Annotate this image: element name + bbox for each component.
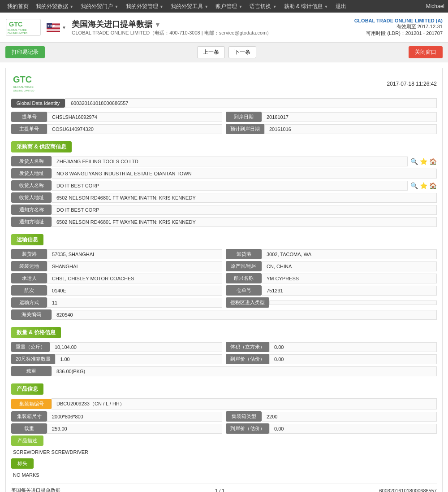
nav-home[interactable]: 我的首页: [4, 0, 32, 13]
svg-text:ONLINE LIMITED: ONLINE LIMITED: [8, 32, 27, 35]
record-datetime: 2017-07-18 11:26:42: [387, 81, 437, 87]
consignee-name-label: 收货人名称: [11, 180, 52, 191]
container20-field: 20尺标准箱数量 1.00: [11, 354, 222, 364]
svg-text:GTC: GTC: [9, 21, 22, 28]
star-icon-2[interactable]: ⭐: [420, 182, 427, 189]
top-navigation: 我的首页 我的外贸数据 ▼ 我的外贸门户 ▼ 我的外贸管理 ▼ 我的外贸工具 ▼…: [0, 0, 448, 13]
carrier-vessel-row: 承运人 CHSL, CHISLEY MOTOR COACHES 船只名称 YM …: [11, 273, 437, 283]
svg-rect-9: [47, 29, 60, 30]
consignee-addr-value: 6502 NELSON RD46801 FT WAYNE INATTN: KRI…: [52, 193, 437, 203]
print-button-top[interactable]: 打印易记录: [5, 46, 45, 58]
nav-trade-manage[interactable]: 我的外贸管理 ▼: [122, 0, 167, 13]
quantity-row: 载重 836.00(PKG): [11, 366, 437, 376]
volume-value: 0.00: [269, 342, 437, 352]
shipper-addr-row: 发货人地址 NO 8 WANGLIYANG INDUSTRIAL ESTATE …: [11, 168, 437, 179]
notify-addr-value: 6502 NELSON RD46801 FT WAYNE INATTN: KRI…: [52, 217, 437, 227]
vessel-value: YM CYPRESS: [262, 274, 437, 283]
container-size-value: 2000*806*800: [47, 412, 222, 422]
header-subtitle: GLOBAL TRADE ONLINE LIMITED（电话：400-710-3…: [72, 30, 271, 36]
account-ldr: 可用时段 (LDR)：201201 - 201707: [354, 30, 443, 37]
record-footer-pagination: 1 / 1: [215, 488, 224, 492]
container-size-field: 集装箱尺寸 2000*806*800: [11, 411, 222, 422]
gdi-value: 600320161018000686557: [65, 98, 437, 108]
container-no-row: 集装箱编号 DBCU2009233（CN / L / HH）: [11, 398, 437, 409]
master-bill-field: 主提单号 COSU6140974320: [11, 124, 222, 134]
estimated-arrival-value: 20161016: [264, 124, 437, 134]
arrival-price-label: 到岸价（估价）: [226, 354, 269, 364]
nav-trade-tools[interactable]: 我的外贸工具 ▼: [167, 0, 212, 13]
notify-addr-row: 通知方地址 6502 NELSON RD46801 FT WAYNE INATT…: [11, 217, 437, 227]
carrier-label: 承运人: [11, 273, 47, 283]
marks-value: NO MARKS: [11, 470, 437, 479]
transport-bonded-row: 运输方式 11 侵税区进入类型: [11, 297, 437, 308]
search-icon-2[interactable]: 🔍: [410, 182, 418, 189]
consignee-name-row: 收货人名称 DO IT BEST CORP 🔍 ⭐ 🏠: [11, 180, 437, 191]
container20-value: 1.00: [55, 354, 222, 364]
voyage-warehouse-row: 航次 0140E 仓单号 751231: [11, 285, 437, 296]
voyage-field: 航次 0140E: [11, 285, 222, 296]
transport-mode-value: 11: [47, 298, 222, 308]
close-button-top[interactable]: 关闭窗口: [409, 46, 443, 58]
container-no-value: DBCU2009233（CN / L / HH）: [52, 398, 437, 409]
description-label-row: 产品描述: [11, 435, 437, 446]
container-price-row: 20尺标准箱数量 1.00 到岸价（估价） 0.00: [11, 354, 437, 364]
transport-section-header: 运输信息: [11, 234, 43, 245]
quantity-value: 836.00(PKG): [52, 366, 437, 376]
marks-label-row: 标头: [11, 458, 437, 469]
nav-trade-data[interactable]: 我的外贸数据 ▼: [32, 0, 77, 13]
weight-label: 重量（公斤）: [11, 342, 50, 352]
container-type-field: 集装箱类型 2200: [226, 411, 437, 422]
nav-trade-portal[interactable]: 我的外贸门户 ▼: [77, 0, 122, 13]
page-title: 美国海关进口提单数据 ▼: [72, 19, 271, 30]
product-arrival-price-field: 到岸价（估价） 0.00: [226, 423, 437, 434]
main-content: GTC GLOBAL TRADE ONLINE LIMITED 2017-07-…: [0, 62, 448, 492]
bonded-field: 侵税区进入类型: [226, 297, 437, 308]
nav-help[interactable]: 薪助 & 综计信息 ▼: [280, 0, 332, 13]
svg-text:GTC: GTC: [13, 74, 32, 84]
bill-row: 提单号 CHSLSHA16092974 到岸日期 20161017: [11, 112, 437, 122]
prev-button-top[interactable]: 上一条: [197, 46, 225, 58]
notify-addr-label: 通知方地址: [11, 217, 52, 227]
description-value: SCREWDRIVER SCREWDRIVER: [11, 448, 437, 457]
nav-user: Michael: [426, 3, 444, 9]
svg-text:ONLINE LIMITED: ONLINE LIMITED: [13, 89, 34, 92]
customs-code-row: 海关编码 820540: [11, 309, 437, 320]
shipper-name-value: ZHEJIANG FEILING TOOLS CO LTD: [52, 157, 408, 166]
customs-code-value: 820540: [52, 310, 437, 320]
home-icon-2[interactable]: 🏠: [429, 182, 437, 189]
product-arrival-price-value: 0.00: [269, 424, 437, 434]
bonded-value: [269, 300, 437, 305]
next-button-top[interactable]: 下一条: [228, 46, 256, 58]
consignee-addr-row: 收货人地址 6502 NELSON RD46801 FT WAYNE INATT…: [11, 192, 437, 203]
bonded-label: 侵税区进入类型: [226, 297, 269, 308]
search-icon[interactable]: 🔍: [410, 158, 418, 165]
top-toolbar: 打印易记录 上一条 下一条 关闭窗口: [0, 43, 448, 62]
consignee-icons: 🔍 ⭐ 🏠: [410, 182, 437, 189]
nav-logout[interactable]: 退出: [332, 0, 350, 13]
place-country-row: 装装运地 SHANGHAI 原产国/地区 CN, CHINA: [11, 261, 437, 271]
nav-account[interactable]: 账户管理 ▼: [212, 0, 246, 13]
shipper-name-label: 发货人名称: [11, 156, 52, 166]
home-icon[interactable]: 🏠: [429, 158, 437, 165]
star-icon[interactable]: ⭐: [420, 158, 427, 165]
nav-language[interactable]: 语言切换 ▼: [246, 0, 280, 13]
record-footer-gdi: 600320161018000686557: [379, 488, 437, 492]
notify-name-value: DO IT BEST CORP: [52, 205, 437, 215]
carrier-field: 承运人 CHSL, CHISLEY MOTOR COACHES: [11, 273, 222, 283]
svg-text:★★★: ★★★: [47, 24, 55, 27]
arrival-date-value: 20161017: [262, 112, 437, 122]
volume-label: 体积（立方米）: [226, 342, 269, 352]
loading-port-field: 装货港 57035, SHANGHAI: [11, 249, 222, 259]
voyage-value: 0140E: [47, 286, 222, 296]
loading-place-label: 装装运地: [11, 261, 47, 271]
container20-label: 20尺标准箱数量: [11, 354, 55, 364]
container-size-type-row: 集装箱尺寸 2000*806*800 集装箱类型 2200: [11, 411, 437, 422]
quantity-label: 载重: [11, 366, 52, 376]
loading-place-value: SHANGHAI: [47, 261, 222, 271]
record-logo: GTC GLOBAL TRADE ONLINE LIMITED: [11, 74, 60, 94]
transport-mode-field: 运输方式 11: [11, 297, 222, 308]
flag-selector[interactable]: ★★★ ▼: [47, 23, 66, 32]
svg-rect-10: [47, 30, 60, 31]
account-company: GLOBAL TRADE ONLINE LIMITED (A): [354, 18, 443, 23]
origin-country-label: 原产国/地区: [226, 261, 262, 271]
